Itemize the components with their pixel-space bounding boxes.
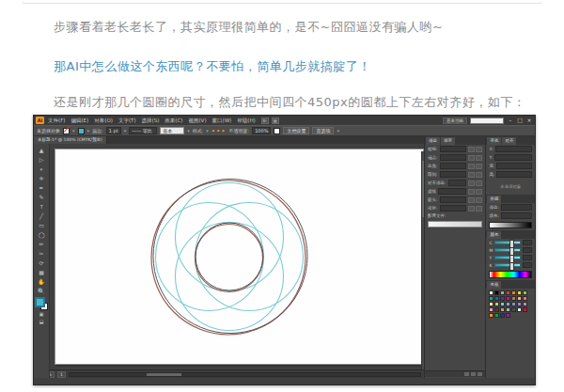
color-swatch[interactable] [517, 296, 522, 301]
option-button[interactable] [476, 189, 482, 195]
color-panel-tab[interactable]: 颜色 [487, 231, 501, 239]
row-field[interactable] [440, 146, 467, 152]
color-swatch[interactable] [494, 290, 499, 295]
cyan-circle-top[interactable] [176, 183, 284, 291]
draw-mode-icon[interactable]: ▣ [36, 311, 48, 318]
row-field[interactable] [494, 154, 532, 161]
stroke-weight-field[interactable]: 1 pt [106, 127, 121, 134]
option-button[interactable] [476, 206, 482, 212]
tool-icon[interactable]: 🔍 [36, 287, 48, 295]
swatches-panel-tab[interactable]: 色板 [487, 281, 501, 289]
footer-icon[interactable] [464, 372, 469, 376]
row-field[interactable] [501, 204, 532, 211]
tool-icon[interactable]: ✒ [36, 183, 48, 192]
opacity-field[interactable]: 100% [252, 127, 271, 134]
row-field[interactable] [440, 171, 467, 178]
panel-tab[interactable]: 变换 [487, 137, 501, 145]
panel-menu-icon[interactable]: ▾ [337, 128, 339, 133]
row-field[interactable] [448, 180, 467, 186]
color-swatch[interactable] [489, 313, 494, 318]
stroke-profile-dropdown[interactable]: —— 等比 [129, 127, 157, 134]
inner-circle-dark[interactable] [196, 223, 263, 290]
menu-item[interactable]: 文字(T) [116, 116, 139, 125]
chevron-down-icon[interactable]: ▾ [87, 128, 90, 133]
option-button[interactable] [468, 155, 475, 161]
tool-icon[interactable]: ▭ [36, 221, 48, 229]
option-button[interactable] [468, 147, 475, 152]
gradient-slider[interactable] [489, 222, 532, 228]
tool-icon[interactable]: ✛ [36, 174, 48, 182]
screen-mode-icon[interactable]: ⬓ [36, 319, 48, 325]
option-button[interactable] [476, 164, 482, 169]
cyan-circle-left[interactable] [156, 203, 264, 311]
color-swatch[interactable] [494, 313, 499, 318]
menu-item[interactable]: 选择(S) [139, 116, 163, 125]
canvas-area[interactable] [34, 144, 426, 369]
option-button[interactable] [476, 197, 482, 203]
preferences-button[interactable]: 首选项 [312, 127, 334, 134]
color-swatch[interactable] [511, 296, 516, 301]
color-swatch[interactable] [500, 296, 505, 301]
panel-tab[interactable]: 渐变 [441, 137, 455, 145]
color-swatch[interactable] [517, 307, 522, 312]
channel-slider[interactable] [494, 256, 521, 259]
chevron-down-icon[interactable]: ▾ [187, 128, 190, 133]
option-button[interactable] [468, 172, 475, 178]
row-field[interactable] [496, 163, 532, 169]
channel-slider[interactable] [494, 248, 521, 252]
color-swatch[interactable] [500, 307, 505, 312]
color-swatch[interactable] [506, 296, 510, 301]
color-swatch[interactable] [494, 296, 499, 301]
recolor-swatch[interactable] [274, 128, 280, 134]
option-button[interactable] [468, 180, 475, 186]
search-input[interactable] [470, 118, 504, 124]
tool-icon[interactable]: Ｔ [36, 202, 48, 211]
panel-tab[interactable]: 对齐 [502, 137, 516, 145]
artboard[interactable] [55, 149, 424, 365]
window-control-button[interactable]: × [525, 117, 533, 124]
color-swatch[interactable] [506, 313, 510, 318]
menu-item[interactable]: 帮助(H) [234, 116, 258, 125]
color-swatch[interactable] [511, 307, 516, 312]
menu-item[interactable]: 视图(V) [185, 116, 209, 125]
color-swatch[interactable] [506, 302, 510, 306]
color-swatch[interactable] [500, 290, 505, 295]
tool-icon[interactable]: ◯ [36, 230, 48, 239]
color-swatch[interactable] [523, 302, 527, 306]
channel-value-field[interactable] [523, 240, 532, 245]
color-swatch[interactable] [511, 302, 516, 306]
menu-item[interactable]: 对象(O) [91, 116, 116, 125]
option-button[interactable] [468, 197, 475, 203]
menu-item[interactable]: 效果(C) [162, 116, 185, 125]
chevron-down-icon[interactable]: ▾ [124, 128, 127, 133]
document-setup-button[interactable]: 文档设置 [283, 127, 309, 134]
color-swatch[interactable] [494, 307, 499, 312]
row-field[interactable] [496, 171, 532, 178]
tool-icon[interactable]: ╱ [36, 212, 48, 220]
color-swatch[interactable] [517, 302, 522, 306]
align-glyphs-icon[interactable]: ✦✦✦ [212, 128, 227, 133]
color-swatch[interactable] [489, 302, 494, 306]
horizontal-scrollbar[interactable] [69, 372, 421, 377]
fill-color-swatch[interactable] [63, 128, 70, 134]
brush-dropdown[interactable]: 基本 [160, 127, 184, 134]
option-button[interactable] [476, 172, 482, 178]
tool-icon[interactable]: ✎ [36, 193, 48, 201]
fill-stroke-indicator[interactable] [36, 298, 48, 310]
channel-value-field[interactable] [523, 247, 532, 253]
color-spectrum-bar[interactable] [489, 271, 532, 278]
tool-icon[interactable]: ✋ [36, 277, 48, 286]
color-swatch[interactable] [506, 307, 510, 312]
color-swatch[interactable] [494, 302, 499, 306]
tool-icon[interactable]: ▲ [36, 146, 48, 154]
window-control-button[interactable]: □ [516, 117, 524, 124]
option-button[interactable] [476, 155, 482, 161]
footer-icon[interactable] [478, 372, 482, 376]
workspace-switcher[interactable]: 基本功能 [443, 118, 467, 124]
menu-item[interactable]: 文件(F) [45, 116, 68, 125]
channel-slider[interactable] [494, 263, 521, 267]
tool-icon[interactable]: ⟳ [36, 259, 48, 267]
channel-value-field[interactable] [523, 255, 532, 260]
tool-icon[interactable]: ✂ [36, 249, 48, 258]
artboard-nav-field[interactable]: 1 [57, 371, 66, 378]
